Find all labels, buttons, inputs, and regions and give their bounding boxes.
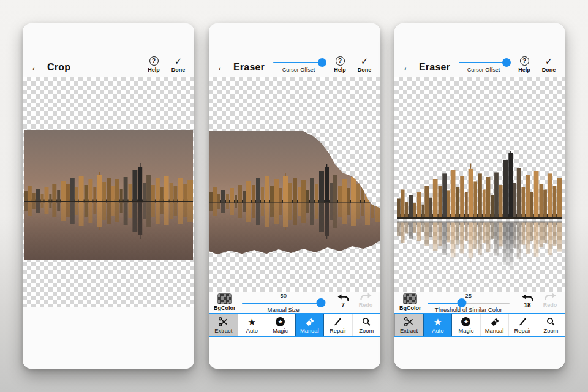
undo-button[interactable]: 7 [331,293,355,313]
eraser-screen-manual: ← Eraser Cursor Offset ? Help ✓ Done [209,23,380,369]
undo-count: 7 [341,303,345,309]
tab-manual-active[interactable]: Manual [295,314,325,336]
scissors-icon [404,317,414,327]
tab-zoom[interactable]: Zoom [537,314,565,336]
undo-count: 18 [524,303,530,309]
tab-auto-active[interactable]: ★ Auto [423,314,452,336]
redo-icon [360,293,372,301]
extracted-skyline[interactable] [397,151,562,220]
slider-track-area[interactable] [242,298,326,306]
magnifier-icon [361,317,372,327]
bgcolor-swatch-icon[interactable] [403,293,417,304]
repair-brush-icon [518,317,528,327]
tab-label: Manual [300,328,319,334]
undo-icon [522,294,533,302]
done-button[interactable]: ✓ Done [167,56,189,73]
slider-fill [459,62,507,64]
tab-repair[interactable]: Repair [509,314,537,336]
page-title: Crop [47,62,70,73]
checkmark-icon: ✓ [175,56,183,66]
eraser-canvas[interactable] [394,77,565,292]
skyline-photo-partially-erased[interactable] [209,131,380,261]
eraser-canvas[interactable] [209,77,380,292]
slider-track-area[interactable] [428,298,510,306]
help-label: Help [148,67,160,73]
eraser-header: ← Eraser Cursor Offset ? Help ✓ Done [209,23,380,77]
help-button[interactable]: ? Help [143,56,165,73]
crop-header: ← Crop ? Help ✓ Done [23,23,194,77]
tab-label: Zoom [544,328,559,334]
undo-icon [337,294,349,302]
slider-label: Threshold of Similar Color [435,306,502,313]
cursor-offset-slider[interactable]: Cursor Offset [459,58,508,73]
done-label: Done [172,67,186,73]
help-icon: ? [149,56,159,66]
adjust-row: BgColor 25 Threshold of Similar Color 18 [394,292,565,313]
slider-value: 50 [280,293,287,298]
tab-label: Magic [273,328,288,334]
redo-button-disabled: Redo [539,293,561,313]
tab-manual[interactable]: Manual [481,314,509,336]
redo-label: Redo [543,302,557,308]
panel-footer [394,337,565,369]
help-button[interactable]: ? Help [513,56,535,73]
slider-fill [242,303,322,304]
bgcolor-swatch-icon[interactable] [217,293,232,304]
skyline-photo[interactable] [24,130,193,260]
checkmark-icon: ✓ [361,56,369,66]
undo-button[interactable]: 18 [516,293,539,313]
cursor-offset-slider[interactable]: Cursor Offset [273,58,324,73]
back-icon[interactable]: ← [30,62,42,73]
tab-label: Auto [432,328,443,334]
slider-label: Manual Size [268,306,300,313]
threshold-slider[interactable]: 25 Threshold of Similar Color [428,293,510,313]
skyline-reflection [397,221,562,272]
slider-thumb[interactable] [502,58,511,67]
slider-track-area[interactable] [459,58,508,67]
slider-thumb[interactable] [317,298,326,307]
back-icon[interactable]: ← [402,62,413,73]
tab-label: Extract [214,328,232,334]
slider-thumb[interactable] [318,58,326,67]
manual-size-slider[interactable]: 50 Manual Size [242,293,326,313]
magnifier-icon [546,317,556,327]
done-button[interactable]: ✓ Done [353,56,375,73]
magic-star-icon: ★ [461,317,470,326]
tab-extract[interactable]: Extract [209,314,238,336]
tab-magic[interactable]: ★ Magic [266,314,295,336]
tab-repair[interactable]: Repair [324,314,353,336]
tab-magic[interactable]: ★ Magic [452,314,480,336]
done-button[interactable]: ✓ Done [538,56,560,73]
tab-label: Magic [459,328,474,334]
star-icon: ★ [434,317,442,327]
star-icon: ★ [248,317,256,327]
back-icon[interactable]: ← [216,62,228,73]
eraser-header: ← Eraser Cursor Offset ? Help ✓ Done [394,23,565,77]
tab-extract[interactable]: Extract [394,314,423,336]
slider-value: 25 [465,293,472,298]
tab-auto[interactable]: ★ Auto [238,314,267,336]
redo-button-disabled: Redo [355,293,377,313]
tab-label: Repair [514,328,531,334]
cursor-offset-label: Cursor Offset [467,67,500,73]
tab-label: Repair [330,328,346,334]
eraser-icon [304,317,315,327]
crop-canvas[interactable] [23,77,194,307]
slider-thumb[interactable] [457,298,466,307]
help-label: Help [334,67,346,73]
tab-label: Extract [400,328,418,334]
tool-tab-bar: Extract ★ Auto ★ Magic Manual Repa [394,313,565,337]
redo-icon [545,293,556,301]
done-label: Done [358,67,372,73]
bgcolor-control[interactable]: BgColor [214,293,236,313]
bgcolor-label: BgColor [214,305,236,311]
tab-label: Manual [485,328,504,334]
bgcolor-control[interactable]: BgColor [399,293,421,313]
repair-brush-icon [333,317,343,327]
crop-screen: ← Crop ? Help ✓ Done [23,23,194,369]
help-button[interactable]: ? Help [329,56,351,73]
tab-zoom[interactable]: Zoom [353,314,381,336]
slider-track-area[interactable] [273,58,324,67]
redo-label: Redo [359,302,373,308]
eraser-screen-auto: ← Eraser Cursor Offset ? Help ✓ Done [394,23,565,369]
